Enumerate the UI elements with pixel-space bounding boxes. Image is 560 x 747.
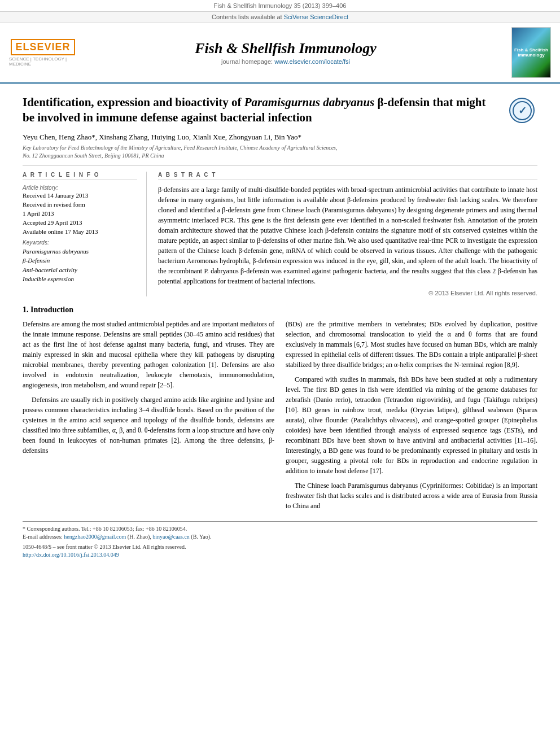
keyword-2: β-Defensin — [23, 256, 137, 265]
keyword-1: Paramisgurnus dabryanus — [23, 247, 137, 256]
article-title-section: Identification, expression and bioactivi… — [23, 95, 537, 126]
article-info-header: A R T I C L E I N F O — [23, 172, 137, 180]
article-content: Identification, expression and bioactivi… — [0, 84, 560, 570]
journal-homepage-label: journal homepage: www.elsevier.com/locat… — [77, 58, 495, 65]
issn-text: 1050-4648/$ – see front matter © 2013 El… — [23, 544, 186, 550]
received-revised-date: 1 April 2013 — [23, 210, 137, 217]
journal-header: ELSEVIER SCIENCE | TECHNOLOGY | MEDICINE… — [0, 23, 560, 84]
affiliation-line2: No. 12 Zhongguancun South Street, Beijin… — [23, 152, 164, 159]
footnote-section: * Corresponding authors. Tel.: +86 10 82… — [23, 521, 537, 559]
journal-cover-area: Fish & Shellfish Immunology — [495, 27, 551, 78]
journal-cover-image: Fish & Shellfish Immunology — [511, 27, 551, 78]
introduction-title: 1. Introduction — [23, 305, 537, 314]
received-revised-label: Received in revised form — [23, 201, 137, 208]
email2-link[interactable]: binyao@caas.cn — [152, 534, 190, 540]
article-title-plain: Identification, expression and bioactivi… — [23, 95, 244, 109]
abstract-column: A B S T R A C T β-defensins are a large … — [158, 172, 537, 296]
affiliation-line1: Key Laboratory for Feed Biotechnology of… — [23, 145, 337, 151]
keyword-4: Inducible expression — [23, 274, 137, 284]
contents-prefix: Contents lists available at — [212, 14, 284, 20]
sciverse-link[interactable]: SciVerse ScienceDirect — [284, 14, 348, 20]
elsevier-sublabel: SCIENCE | TECHNOLOGY | MEDICINE — [9, 56, 77, 67]
email1-link[interactable]: hengzhao2000@gmail.com — [64, 534, 126, 540]
available-online-date: Available online 17 May 2013 — [23, 228, 137, 235]
accepted-date: Accepted 29 April 2013 — [23, 219, 137, 226]
crossmark-badge[interactable]: ✓ — [506, 95, 537, 126]
journal-citation-bar: Fish & Shellfish Immunology 35 (2013) 39… — [0, 0, 560, 12]
article-title: Identification, expression and bioactivi… — [23, 95, 498, 126]
intro-right-para-3: The Chinese loach Paramisgurnus dabryanu… — [286, 480, 537, 511]
authors: Yeyu Chen, Heng Zhao*, Xinshang Zhang, H… — [23, 133, 537, 142]
abstract-header: A B S T R A C T — [158, 172, 537, 180]
intro-para-1: Defensins are among the most studied ant… — [23, 319, 274, 390]
article-info-column: A R T I C L E I N F O Article history: R… — [23, 172, 147, 296]
article-title-italic: Paramisgurnus dabryanus — [244, 95, 375, 109]
journal-title: Fish & Shellfish Immunology — [77, 40, 495, 57]
keywords-label: Keywords: — [23, 239, 137, 246]
contents-availability-bar: Contents lists available at SciVerse Sci… — [0, 12, 560, 23]
footnote-corresponding: * Corresponding authors. Tel.: +86 10 82… — [23, 525, 537, 541]
email1-name: (H. Zhao), — [128, 534, 151, 540]
svg-text:✓: ✓ — [518, 105, 526, 116]
corresponding-text: * Corresponding authors. Tel.: +86 10 82… — [23, 526, 187, 532]
abstract-text: β-defensins are a large family of multi-… — [158, 185, 537, 286]
intro-right-col: (BDs) are the primitive members in verte… — [286, 319, 537, 516]
affiliation: Key Laboratory for Feed Biotechnology of… — [23, 144, 537, 160]
copyright-line: © 2013 Elsevier Ltd. All rights reserved… — [158, 290, 537, 296]
section-number: 1. — [23, 305, 29, 314]
email-label: E-mail addresses: — [23, 534, 63, 540]
intro-right-para-2: Compared with studies in mammals, fish B… — [286, 374, 537, 476]
intro-para-2: Defensins are usually rich in positively… — [23, 395, 274, 456]
journal-title-area: Fish & Shellfish Immunology journal home… — [77, 40, 495, 65]
section-name: Introduction — [30, 305, 73, 314]
introduction-section: 1. Introduction Defensins are among the … — [23, 305, 537, 516]
crossmark-icon: ✓ — [509, 98, 535, 123]
keyword-3: Anti-bacterial activity — [23, 265, 137, 275]
received-date: Received 14 January 2013 — [23, 192, 137, 199]
article-info-abstract-section: A R T I C L E I N F O Article history: R… — [23, 165, 537, 296]
journal-citation: Fish & Shellfish Immunology 35 (2013) 39… — [214, 2, 347, 9]
journal-homepage-link[interactable]: www.elsevier.com/locate/fsi — [274, 58, 350, 65]
publisher-logo-area: ELSEVIER SCIENCE | TECHNOLOGY | MEDICINE — [9, 39, 77, 67]
intro-right-para-1: (BDs) are the primitive members in verte… — [286, 319, 537, 370]
intro-left-col: Defensins are among the most studied ant… — [23, 319, 274, 516]
email2-name: (B. Yao). — [191, 534, 211, 540]
abstract-paragraph: β-defensins are a large family of multi-… — [158, 185, 537, 286]
doi-link[interactable]: http://dx.doi.org/10.1016/j.fsi.2013.04.… — [23, 552, 119, 558]
history-label: Article history: — [23, 185, 137, 191]
footnote-issn: 1050-4648/$ – see front matter © 2013 El… — [23, 543, 537, 559]
elsevier-logo: ELSEVIER — [11, 39, 75, 55]
introduction-body: Defensins are among the most studied ant… — [23, 319, 537, 516]
